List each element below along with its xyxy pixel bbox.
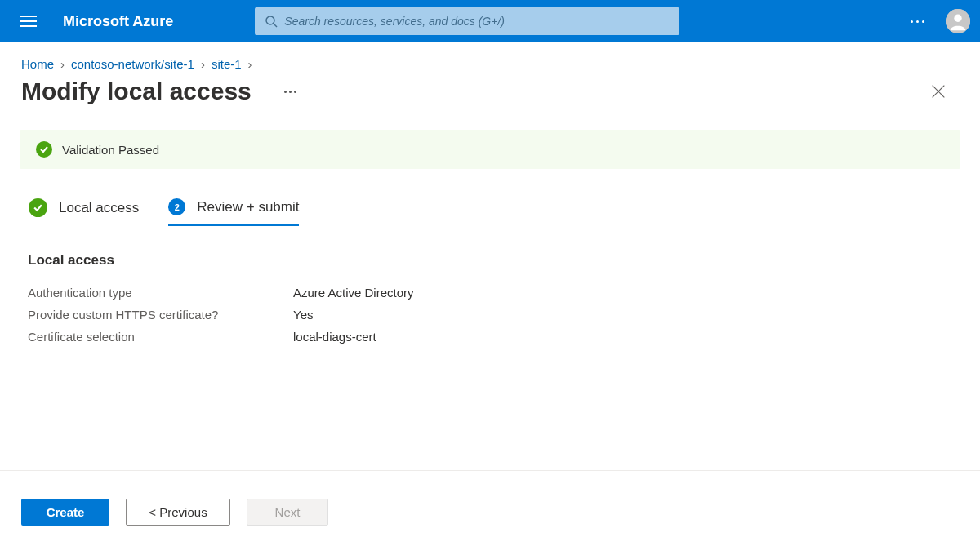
page-title: Modify local access	[21, 78, 252, 105]
review-value: local-diags-cert	[293, 330, 376, 344]
title-row: Modify local access	[0, 78, 980, 130]
review-value: Yes	[293, 308, 313, 322]
search-placeholder: Search resources, services, and docs (G+…	[284, 15, 505, 28]
review-label: Authentication type	[28, 286, 293, 300]
tab-complete-check-icon	[29, 198, 47, 217]
svg-line-1	[274, 24, 277, 27]
tab-label: Review + submit	[197, 199, 299, 215]
user-avatar[interactable]	[946, 9, 970, 33]
next-button: Next	[247, 499, 328, 526]
close-button[interactable]	[929, 82, 947, 100]
tab-local-access[interactable]: Local access	[29, 198, 139, 228]
chevron-right-icon: ›	[248, 57, 252, 71]
breadcrumb: Home › contoso-network/site-1 › site-1 ›	[0, 42, 980, 78]
breadcrumb-item[interactable]: site-1	[212, 57, 242, 71]
review-label: Provide custom HTTPS certificate?	[28, 308, 293, 322]
brand-title[interactable]: Microsoft Azure	[63, 13, 173, 30]
tab-review-submit[interactable]: 2 Review + submit	[168, 198, 299, 226]
menu-hamburger-icon[interactable]	[10, 0, 47, 42]
footer-divider	[0, 470, 980, 471]
close-icon	[929, 82, 947, 100]
success-check-icon	[36, 141, 52, 158]
svg-point-3	[954, 15, 961, 22]
chevron-right-icon: ›	[201, 57, 205, 71]
section-title: Local access	[28, 252, 980, 269]
top-bar: Microsoft Azure Search resources, servic…	[0, 0, 980, 42]
validation-text: Validation Passed	[62, 143, 159, 157]
review-label: Certificate selection	[28, 330, 293, 344]
breadcrumb-item[interactable]: contoso-network/site-1	[71, 57, 194, 71]
review-section: Local access Authentication type Azure A…	[28, 252, 980, 348]
review-value: Azure Active Directory	[293, 286, 414, 300]
more-actions-icon[interactable]	[906, 16, 929, 28]
search-input[interactable]: Search resources, services, and docs (G+…	[255, 7, 679, 35]
chevron-right-icon: ›	[60, 57, 65, 71]
tab-step-number: 2	[168, 198, 185, 215]
footer-actions: Create < Previous Next	[21, 482, 980, 526]
create-button[interactable]: Create	[21, 499, 109, 526]
review-row: Authentication type Azure Active Directo…	[28, 282, 980, 304]
tab-label: Local access	[59, 200, 139, 216]
wizard-tabs: Local access 2 Review + submit	[29, 198, 980, 228]
svg-point-0	[266, 16, 274, 24]
previous-button[interactable]: < Previous	[126, 499, 230, 526]
page-more-actions-icon[interactable]	[281, 87, 300, 96]
review-row: Provide custom HTTPS certificate? Yes	[28, 304, 980, 326]
review-row: Certificate selection local-diags-cert	[28, 326, 980, 348]
search-icon	[265, 15, 278, 28]
breadcrumb-item[interactable]: Home	[21, 57, 54, 71]
validation-banner: Validation Passed	[20, 130, 960, 169]
